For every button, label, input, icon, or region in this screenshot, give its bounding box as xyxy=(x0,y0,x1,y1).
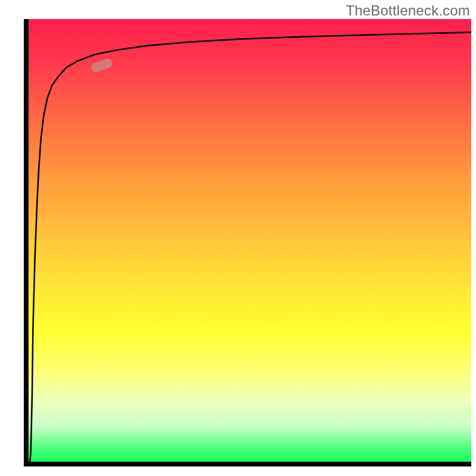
plot-frame xyxy=(24,19,471,466)
curve-path xyxy=(30,32,471,462)
curve-marker xyxy=(90,57,113,73)
watermark-label: TheBottleneck.com xyxy=(346,2,470,19)
plot-background-gradient xyxy=(29,19,471,462)
curve-svg xyxy=(29,19,471,462)
chart-canvas: TheBottleneck.com xyxy=(0,0,476,476)
